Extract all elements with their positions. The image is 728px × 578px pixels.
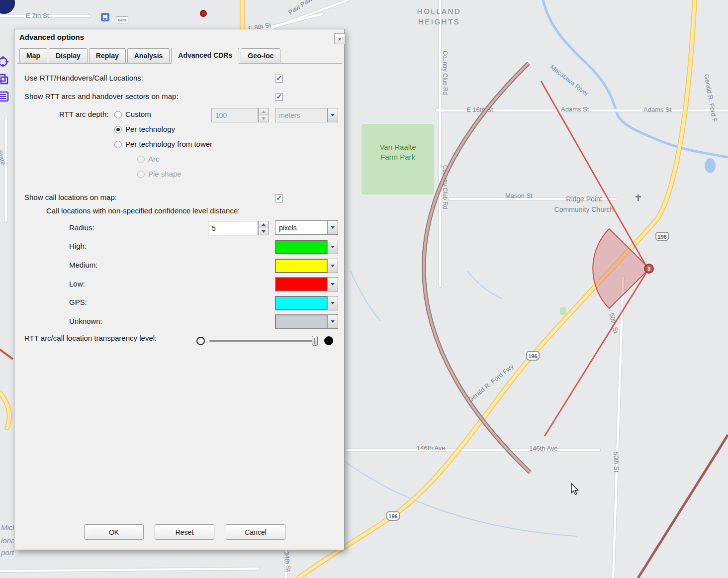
van-raalte-line2: Farm Park <box>374 152 422 162</box>
red-dot-marker[interactable] <box>200 10 207 17</box>
cancel-button[interactable]: Cancel <box>226 524 285 540</box>
small-green-area <box>560 307 566 315</box>
transparency-slider-handle[interactable] <box>312 336 318 346</box>
map-label-adams-st-west: Adams St <box>561 105 589 113</box>
unknown-label: Unknown: <box>69 317 102 325</box>
holland-line2: HEIGHTS <box>402 16 476 27</box>
per-technology-radio[interactable] <box>114 126 122 133</box>
tab-display[interactable]: Display <box>49 48 88 63</box>
pie-shape-radio-label: Pie shape <box>148 170 182 178</box>
high-color-select[interactable] <box>275 240 338 254</box>
tab-replay[interactable]: Replay <box>89 48 126 63</box>
unknown-color-swatch <box>275 315 327 328</box>
per-technology-label[interactable]: Per technology <box>125 125 175 133</box>
transparency-max-icon <box>324 336 333 345</box>
custom-depth-value: 100 <box>215 111 227 119</box>
list-tool-icon[interactable] <box>0 91 9 102</box>
medium-color-select[interactable] <box>275 259 338 273</box>
radius-stepper-down[interactable] <box>258 228 269 235</box>
tab-geo-loc[interactable]: Geo-loc <box>241 48 280 63</box>
highway-shield-196-c: 196 <box>386 511 400 521</box>
high-color-swatch <box>275 240 327 254</box>
radius-stepper-up[interactable] <box>258 221 269 228</box>
gps-color-swatch <box>275 296 327 310</box>
tab-bar: Map Display Replay Analysis Advanced CDR… <box>17 48 342 64</box>
chevron-down-icon <box>331 320 335 323</box>
transparency-slider-track[interactable] <box>209 340 318 342</box>
dropdown-button[interactable] <box>327 108 338 122</box>
unknown-color-select[interactable] <box>275 314 338 329</box>
custom-stepper-up[interactable] <box>258 108 269 115</box>
custom-stepper-down[interactable] <box>258 115 269 122</box>
show-rtt-checkbox[interactable] <box>275 93 283 101</box>
close-button[interactable]: × <box>334 33 345 44</box>
layers-tool-icon[interactable] <box>0 73 9 85</box>
close-icon: × <box>338 35 342 43</box>
dropdown-button[interactable] <box>327 259 338 273</box>
highway-shield-196-a: 196 <box>655 232 669 241</box>
map-label-146th-ave-east: 146th Ave <box>529 445 558 452</box>
custom-radio-label[interactable]: Custom <box>125 110 151 118</box>
map-label-ridge-point-community-church: Ridge Point Community Church <box>538 194 630 215</box>
show-call-locations-label: Show call locations on map: <box>24 193 117 201</box>
arc-radio[interactable] <box>137 156 145 163</box>
advanced-options-dialog: Advanced options × Map Display Replay An… <box>14 29 345 550</box>
tab-analysis[interactable]: Analysis <box>127 48 170 63</box>
low-color-swatch <box>275 278 327 291</box>
radius-input[interactable]: 5 <box>208 221 258 235</box>
low-label: Low: <box>69 280 85 288</box>
dropdown-button[interactable] <box>327 240 338 254</box>
park-area <box>362 124 434 194</box>
radius-stepper[interactable] <box>258 221 269 235</box>
map-label-macatawa-river: Macatawa River <box>549 63 590 97</box>
arc-radio-label: Arc <box>148 155 160 163</box>
mouse-cursor <box>571 483 578 494</box>
map-label-country-club-rd-south: Country Club Rd <box>442 165 449 209</box>
show-call-locations-checkbox[interactable] <box>275 194 283 202</box>
map-label-country-club-rd-north: Country Club Rd <box>442 51 449 95</box>
church-cross-icon <box>635 194 641 201</box>
map-label-van-raalte-farm-park: Van Raalte Farm Park <box>374 142 422 162</box>
river <box>543 0 728 157</box>
tab-map[interactable]: Map <box>19 48 47 63</box>
dropdown-button[interactable] <box>327 221 338 234</box>
per-technology-from-tower-radio[interactable] <box>114 141 122 148</box>
reset-button[interactable]: Reset <box>155 524 214 540</box>
radius-unit-select[interactable]: pixels <box>275 220 338 235</box>
dropdown-button[interactable] <box>327 296 338 310</box>
map-label-gerald-r-ford-east: Gerald R. Ford F <box>703 74 719 123</box>
show-rtt-label: Show RTT arcs and handover sectors on ma… <box>24 92 179 100</box>
per-technology-from-tower-label[interactable]: Per technology from tower <box>125 140 212 148</box>
map-label-paw-paw-dr: Paw Paw Dr <box>287 0 321 16</box>
dialog-title: Advanced options <box>19 33 84 41</box>
chevron-down-icon <box>331 246 335 248</box>
map-label-gerald-r-ford-fwy: Gerald R. Ford Fwy <box>466 363 515 404</box>
handover-sector-line-upper <box>541 81 646 266</box>
custom-unit-select[interactable]: meters <box>275 108 338 122</box>
globe-icon[interactable] <box>0 0 15 14</box>
target-tool-icon[interactable] <box>0 56 9 68</box>
map-label-adams-st-east: Adams St <box>643 106 671 113</box>
map-label-holland-heights: HOLLAND HEIGHTS <box>402 6 476 27</box>
dropdown-button[interactable] <box>327 315 338 328</box>
map-label-50th-st-south: 50th St <box>612 452 620 473</box>
custom-radio[interactable] <box>114 111 122 118</box>
dropdown-button[interactable] <box>327 278 338 291</box>
gps-color-select[interactable] <box>275 296 338 310</box>
arrow-up-icon <box>262 223 266 226</box>
rtt-arc-outline <box>424 63 530 473</box>
ok-button[interactable]: OK <box>84 524 144 540</box>
tab-advanced-cdrs[interactable]: Advanced CDRs <box>171 48 239 64</box>
pie-shape-radio[interactable] <box>137 171 145 178</box>
chevron-down-icon <box>331 283 335 286</box>
confidence-distance-label: Call locations with non-specified confid… <box>46 206 240 215</box>
radius-unit-value: pixels <box>275 221 327 234</box>
custom-depth-input[interactable]: 100 <box>211 108 258 122</box>
radius-label: Radius: <box>69 223 94 232</box>
transit-stop-icon[interactable] <box>101 13 109 21</box>
bus-badge: BUS <box>116 16 128 23</box>
cell-tower-marker[interactable]: 3 <box>644 264 654 274</box>
low-color-select[interactable] <box>275 277 338 291</box>
custom-depth-stepper[interactable] <box>258 108 269 122</box>
use-rtt-checkbox[interactable] <box>275 75 283 83</box>
